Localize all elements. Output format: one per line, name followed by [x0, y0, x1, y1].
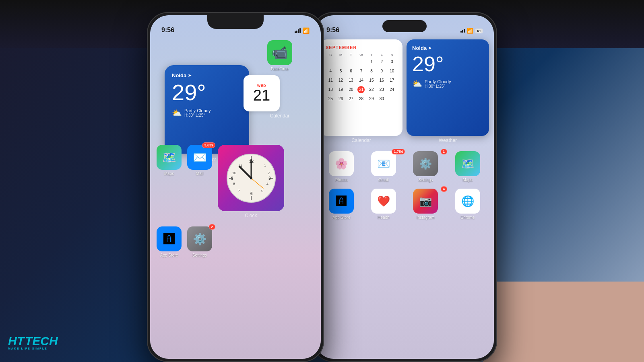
logo-ht: HT: [8, 334, 24, 348]
right-status-icons: 📶 61: [460, 28, 483, 34]
right-screen: 9:56 📶 61: [315, 15, 494, 359]
phone-left: 9:56 📶: [147, 12, 324, 362]
right-battery-icon: 61: [475, 29, 483, 33]
settings-label-left: Settings: [192, 253, 207, 257]
photos-app[interactable]: 🌸 Photos: [323, 151, 360, 182]
clock-label-left: Clock: [218, 213, 284, 218]
left-content: Noida ➤ 29° ⛅ Partly Cloudy H:30° L:25° …: [150, 36, 321, 257]
mail-badge: 3,639: [202, 142, 215, 148]
clock-face-left: 12 6 9 3 1 2 4 5 11 10 8: [218, 145, 284, 211]
calendar-mini-widget[interactable]: WED 21 Calendar: [244, 75, 316, 119]
appstore-app-left[interactable]: 🅰 App Store: [157, 226, 182, 257]
instagram-badge: 4: [441, 186, 447, 192]
facetime-app[interactable]: 📹 FaceTime: [244, 40, 316, 71]
instagram-app[interactable]: 📷 4 Instagram: [407, 189, 444, 220]
chrome-icon: 🌐: [455, 189, 480, 214]
weather-condition: Partly Cloudy: [184, 108, 211, 113]
phones-wrapper: 9:56 📶: [0, 0, 644, 362]
cal-mini-day: 21: [253, 88, 270, 103]
settings-label-right: Settings: [418, 178, 433, 182]
maps-app[interactable]: 🗺️ Maps: [157, 145, 182, 176]
gmail-icon: 📧: [371, 151, 396, 176]
chrome-label: Chrome: [460, 215, 475, 220]
gmail-app[interactable]: 📧 1,754 Gmail: [365, 151, 402, 182]
right-weather-temp: 29°: [412, 53, 483, 76]
svg-text:2: 2: [268, 171, 270, 175]
right-weather-location: Noida ➤: [412, 45, 483, 51]
instagram-icon: 📷: [413, 189, 438, 214]
maps-icon: 🗺️: [157, 145, 182, 170]
right-wifi-icon: 📶: [467, 28, 473, 34]
maps-label-right: Maps: [463, 178, 473, 182]
cal-month: SEPTEMBER: [326, 45, 397, 50]
right-cloud-icon: ⛅: [412, 79, 422, 88]
facetime-icon: 📹: [267, 40, 292, 65]
settings-badge-left: 2: [209, 224, 215, 230]
right-weather-widget[interactable]: Noida ➤ 29° ⛅ Partly Cloudy H:30° L:25°: [407, 39, 489, 143]
maps-label: Maps: [164, 171, 174, 176]
logo-brand-row: HT TECH: [8, 334, 58, 348]
left-small-apps: 📹 FaceTime WED 21 Calendar: [244, 40, 316, 129]
weather-hl: H:30° L:25°: [184, 113, 211, 117]
settings-icon-left: ⚙️: [187, 226, 212, 251]
left-status-icons: 📶: [295, 27, 310, 34]
settings-badge-right: 1: [441, 149, 447, 154]
right-signal-icon: [460, 29, 465, 33]
calendar-face: SEPTEMBER S M T W T F S: [320, 39, 402, 136]
photos-icon: 🌸: [329, 151, 354, 176]
right-weather-cond-row: ⛅ Partly Cloudy H:30° L:25°: [412, 79, 483, 88]
analog-clock-svg: 12 6 9 3 1 2 4 5 11 10 8: [225, 152, 277, 204]
cal-today: 21: [357, 86, 365, 93]
maps-icon-right: 🗺️: [455, 151, 480, 176]
svg-point-20: [250, 177, 252, 179]
left-time: 9:56: [161, 27, 174, 34]
right-apps-row1: 🌸 Photos 📧 1,754 Gmail ⚙️ 1 Settings: [320, 151, 489, 182]
calendar-mini-face: WED 21: [244, 75, 280, 111]
right-calendar-widget[interactable]: SEPTEMBER S M T W T F S: [320, 39, 402, 143]
mail-icon: ✉️: [187, 145, 212, 170]
svg-text:5: 5: [261, 189, 263, 193]
weather-condition-row: ⛅ Partly Cloudy H:30° L:25°: [172, 108, 242, 118]
appstore-label-left: App Store: [160, 253, 178, 257]
logo-tech: TECH: [25, 334, 58, 348]
ht-tech-logo: HT TECH MAKE LIFE SIMPLE: [8, 334, 58, 350]
clock-widget-left[interactable]: 12 6 9 3 1 2 4 5 11 10 8: [218, 145, 284, 218]
instagram-label: Instagram: [417, 215, 434, 220]
photos-label: Photos: [335, 178, 348, 182]
phone-right: 9:56 📶 61: [312, 12, 497, 362]
settings-icon-right: ⚙️: [413, 151, 438, 176]
gmail-label: Gmail: [378, 178, 389, 182]
maps-app-right[interactable]: 🗺️ Maps: [450, 151, 486, 182]
dynamic-island: [382, 20, 427, 32]
right-weather-label: Weather: [407, 138, 489, 143]
gmail-badge: 1,754: [392, 149, 405, 154]
calendar-mini-label: Calendar: [244, 113, 316, 119]
chrome-app[interactable]: 🌐 Chrome: [450, 189, 486, 220]
settings-app-left[interactable]: ⚙️ 2 Settings: [187, 226, 212, 257]
cal-hdr-t1: T: [346, 53, 356, 57]
partly-cloudy-icon: ⛅: [172, 108, 182, 118]
left-weather-widget[interactable]: Noida ➤ 29° ⛅ Partly Cloudy H:30° L:25° …: [165, 65, 249, 154]
svg-text:8: 8: [233, 182, 235, 186]
cal-hdr-s1: S: [326, 53, 335, 57]
weather-location: Noida ➤: [172, 72, 242, 78]
facetime-label: FaceTime: [271, 67, 289, 71]
right-location-icon: ➤: [428, 46, 431, 50]
svg-text:1: 1: [264, 164, 266, 168]
notch: [207, 15, 264, 29]
left-apps-row2: 🅰 App Store ⚙️ 2 Settings: [155, 218, 316, 257]
svg-text:10: 10: [232, 171, 236, 175]
right-weather-face: Noida ➤ 29° ⛅ Partly Cloudy H:30° L:25°: [407, 39, 489, 136]
cal-hdr-f: F: [377, 53, 386, 57]
health-label: Health: [378, 215, 389, 220]
mail-app[interactable]: ✉️ 3,639 Mail: [187, 145, 212, 176]
svg-text:4: 4: [266, 182, 268, 186]
appstore-app-right[interactable]: 🅰 App Store: [323, 189, 360, 220]
left-top-row: Noida ➤ 29° ⛅ Partly Cloudy H:30° L:25° …: [155, 40, 316, 129]
settings-app-right[interactable]: ⚙️ 1 Settings: [407, 151, 444, 182]
left-apps-row1: 🗺️ Maps ✉️ 3,639 Mail: [155, 133, 316, 218]
svg-text:6: 6: [250, 191, 253, 196]
health-app[interactable]: ❤️ Health: [365, 189, 402, 220]
appstore-label-right: App Store: [332, 215, 350, 220]
appstore-icon-right: 🅰: [329, 189, 354, 214]
